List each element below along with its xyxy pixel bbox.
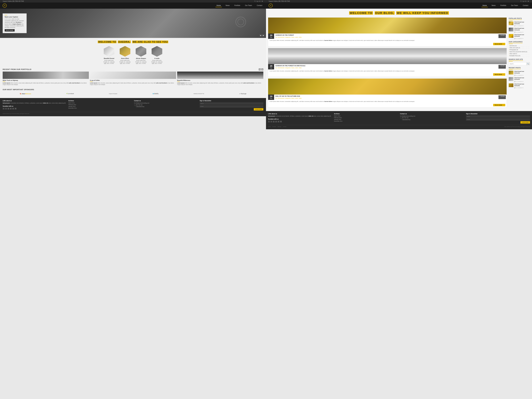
sidebar-search: SEARCH OUR SITE 🔍 <box>509 58 530 65</box>
categories-accent-bar <box>509 44 513 44</box>
bf-footer-contact[interactable]: Contact <box>283 126 286 127</box>
dribbble-icon[interactable]: d <box>259 0 260 2</box>
blog-footer-about-title: Little about us <box>268 113 332 114</box>
read-more-button[interactable]: READ MORE <box>5 29 15 32</box>
bf-archive-february[interactable]: February 2012 <box>334 117 398 118</box>
bf-archive-december[interactable]: December 2011 <box>334 120 398 122</box>
footer-pin-icon[interactable]: p <box>10 108 12 110</box>
share-button-2[interactable]: + SHARE <box>499 65 506 69</box>
logo-right[interactable]: ⚜ <box>269 4 273 8</box>
nav-news-right[interactable]: News <box>490 4 497 7</box>
nav-home-right[interactable]: Home <box>481 4 488 7</box>
nav-ourteam-left[interactable]: Our Team <box>244 4 253 7</box>
logo-left[interactable]: ⚜ <box>3 4 7 8</box>
bf-subscribe-button[interactable]: SUBSCRIBE <box>520 121 530 124</box>
subscribe-button[interactable]: SUBSCRIBE <box>254 108 263 111</box>
nav-portfolio-left[interactable]: Portfolio <box>233 4 241 7</box>
portfolio-title: RECENT FROM OUR PORTFOLIO <box>3 69 32 70</box>
bf-pin-icon[interactable]: p <box>275 121 277 122</box>
post-title-1: SUNRAYS IN THE FOREST <box>275 34 496 36</box>
feature-item-2: Hover Effect Donec pede justo, fringilla… <box>118 46 132 64</box>
nav-contact-left[interactable]: Contact <box>256 4 263 7</box>
nav-portfolio-right[interactable]: Portfolio <box>499 4 507 7</box>
read-more-link-1[interactable]: READ MORE → <box>493 43 505 45</box>
bf-archive-january[interactable]: January 2012 <box>334 119 398 120</box>
read-more-link-2[interactable]: READ MORE → <box>493 73 505 76</box>
portfolio-item-3: Beautiful Wilderness Lorem ipsum dolor s… <box>177 72 263 85</box>
archive-december[interactable]: December 2011 <box>68 108 132 109</box>
share-button-1[interactable]: + SHARE <box>499 34 506 38</box>
newsletter-email-input[interactable] <box>200 105 263 108</box>
slider-prev[interactable]: ◀ <box>259 34 262 37</box>
category-item-2[interactable]: Video and Audio (3) <box>509 47 530 49</box>
post-categories-1: Categories: News, Audio, Video <box>285 37 302 38</box>
fb-icon-right[interactable]: f <box>520 0 521 2</box>
header-right: ⚜ Home News Portfolio Our Team Contact <box>266 3 532 9</box>
bf-name-input[interactable] <box>466 115 530 118</box>
drb-icon-right[interactable]: d <box>525 0 526 2</box>
category-item-5[interactable]: Other Stuff (7) <box>509 53 530 55</box>
bf-li-icon[interactable]: in <box>278 121 279 122</box>
footer-li-icon[interactable]: in <box>12 108 14 110</box>
bf-tw-icon[interactable]: t <box>270 121 272 122</box>
bf-em-icon[interactable]: ✉ <box>280 121 282 122</box>
portfolio-accent-1 <box>3 82 5 82</box>
post-meta-3: 29 May BAIL OF HAY IN THE AUTUMN SUN By:… <box>268 95 507 100</box>
email-icon[interactable]: ✉ <box>262 0 263 2</box>
footer-newsletter: Sign to Newsletter SUBSCRIBE <box>200 100 263 111</box>
sponsor-pc-img: 🌱 plantcloud <box>66 92 74 96</box>
rss-icon[interactable]: r <box>260 0 261 2</box>
pp-title-3: Check brand new minicards <box>514 34 530 37</box>
category-item-1[interactable]: Interviews (6) <box>509 45 530 47</box>
topbar-left: Support Hotline (98) 7858 438 7848 f t p… <box>0 0 266 3</box>
nav-ourteam-right[interactable]: Our Team <box>510 4 519 7</box>
sidebar-categories: OUR CATEGORIES Interviews (6) Video and … <box>509 41 530 57</box>
footer-mobile: 📱 +385408007561 <box>134 106 198 108</box>
category-item-3[interactable]: Photography (8) <box>509 49 530 51</box>
pin-icon-right[interactable]: p <box>523 0 524 2</box>
twitter-icon[interactable]: t <box>256 0 256 2</box>
em-icon-right[interactable]: ✉ <box>528 0 529 2</box>
share-button-3[interactable]: + SHARE <box>499 95 506 99</box>
bf-gp-icon[interactable]: g <box>273 121 275 122</box>
archive-march[interactable]: March 2012 <box>68 102 132 104</box>
tw-icon-right[interactable]: t <box>522 0 522 2</box>
search-input[interactable] <box>509 63 526 65</box>
rss-icon-right[interactable]: r <box>526 0 527 2</box>
feature-desc-3: Donec pede justo, fringilla vel, vulputa… <box>134 60 148 64</box>
nav-contact-right[interactable]: Contact <box>522 4 529 7</box>
pp-thumb-1 <box>509 21 513 25</box>
footer-tw-icon[interactable]: t <box>5 108 7 110</box>
blog-footer-bottom: Home Portfolio Sitemap Contact Team @201… <box>268 125 530 127</box>
category-item-6[interactable]: Rockable Press (15) <box>509 55 530 57</box>
feature-item-3: African Steppes Donec pede justo, fringi… <box>134 46 148 64</box>
slider-next[interactable]: ▶ <box>262 34 265 37</box>
post-body-2: Lorem ipsum dolor sit amet, consectetur … <box>268 70 507 73</box>
pinterest-icon[interactable]: p <box>257 0 258 2</box>
bf-footer-home[interactable]: Home <box>268 126 271 127</box>
sponsors-title: OUR MOST IMPORTANT SPONSORS <box>3 89 263 91</box>
nav-home-left[interactable]: Home <box>215 4 222 7</box>
portfolio-next[interactable]: ▶ <box>261 68 263 70</box>
category-item-4[interactable]: News from around the World (12) <box>509 51 530 53</box>
post-title-3: BAIL OF HAY IN THE AUTUMN SUN <box>275 95 496 97</box>
bf-footer-portfolio[interactable]: Portfolio <box>272 126 276 127</box>
portfolio-item-1: White Truck on Highway Lorem ipsum dolor… <box>3 72 89 85</box>
bf-archive-march[interactable]: March 2012 <box>334 115 398 117</box>
footer-em-icon[interactable]: ✉ <box>15 108 17 110</box>
bf-email-input[interactable] <box>466 118 530 121</box>
nav-news-left[interactable]: News <box>224 4 231 7</box>
newsletter-name-input[interactable] <box>200 102 263 105</box>
read-more-link-3[interactable]: READ MORE → <box>493 104 505 106</box>
bf-footer-sitemap[interactable]: Sitemap <box>278 126 281 127</box>
archive-february[interactable]: February 2012 <box>68 104 132 105</box>
facebook-icon[interactable]: f <box>254 0 255 2</box>
footer-gp-icon[interactable]: g <box>7 108 9 110</box>
post-byline-3: By: Administrator Categories: News, Audi… <box>275 98 302 99</box>
archive-january[interactable]: January 2012 <box>68 106 132 107</box>
bf-fb-icon[interactable]: f <box>268 121 270 122</box>
blog-sidebar: POPULAR POSTS Check brand new minicards … <box>509 17 530 109</box>
search-button[interactable]: 🔍 <box>526 63 530 65</box>
portfolio-prev[interactable]: ◀ <box>259 68 261 70</box>
footer-fb-icon[interactable]: f <box>3 108 5 110</box>
